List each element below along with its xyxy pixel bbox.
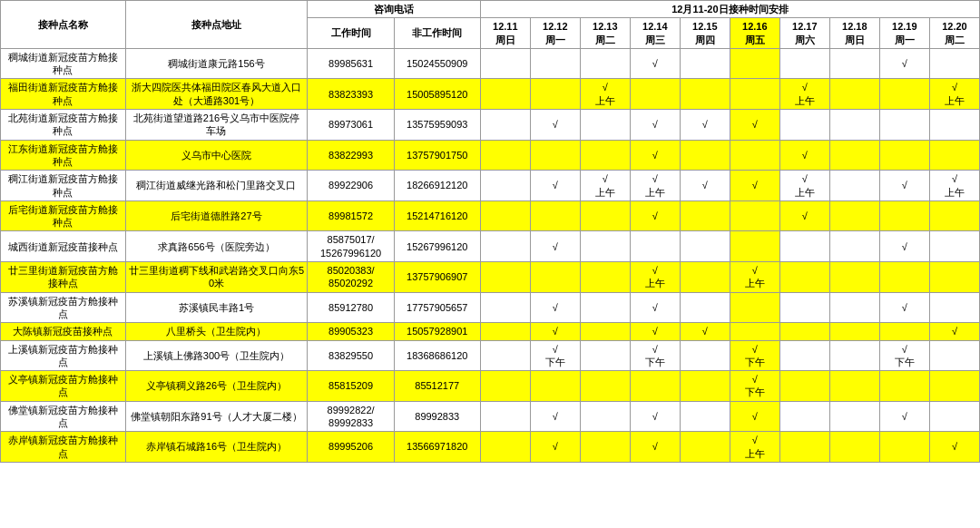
cell-day-3-0 bbox=[480, 140, 530, 171]
cell-day-13-2 bbox=[580, 432, 630, 463]
cell-day-6-9 bbox=[929, 231, 979, 262]
day-header-1218: 12.18周日 bbox=[829, 18, 879, 49]
col-header-schedule: 12月11-20日接种时间安排 bbox=[480, 1, 979, 18]
cell-day-8-3: √ bbox=[630, 292, 680, 323]
cell-name-9: 大陈镇新冠疫苗接种点 bbox=[1, 323, 126, 340]
cell-nonwork-13: 13566971820 bbox=[394, 432, 480, 463]
cell-name-11: 义亭镇新冠疫苗方舱接种点 bbox=[1, 371, 126, 402]
col-header-consult: 咨询电话 bbox=[308, 1, 480, 18]
cell-day-2-2 bbox=[580, 110, 630, 141]
cell-day-9-9: √ bbox=[929, 323, 979, 340]
cell-day-11-6 bbox=[779, 371, 829, 402]
cell-day-4-4: √ bbox=[680, 171, 730, 201]
cell-day-10-6 bbox=[779, 340, 829, 371]
cell-addr-11: 义亭镇稠义路26号（卫生院内） bbox=[125, 371, 308, 402]
cell-nonwork-12: 89992833 bbox=[394, 401, 480, 432]
cell-day-9-3: √ bbox=[630, 323, 680, 340]
cell-name-2: 北苑街道新冠疫苗方舱接种点 bbox=[1, 110, 126, 141]
table-row: 上溪镇新冠疫苗方舱接种点上溪镇上佛路300号（卫生院内）838295501836… bbox=[1, 340, 980, 371]
day-header-1211: 12.11周日 bbox=[480, 18, 530, 49]
cell-addr-7: 廿三里街道稠下线和武岩路交叉口向东50米 bbox=[125, 262, 308, 293]
cell-day-8-7 bbox=[829, 292, 879, 323]
cell-day-7-3: √上午 bbox=[630, 262, 680, 293]
cell-day-9-1: √ bbox=[530, 323, 580, 340]
cell-name-6: 城西街道新冠疫苗接种点 bbox=[1, 231, 126, 262]
cell-day-3-9 bbox=[929, 140, 979, 171]
cell-day-9-5 bbox=[730, 323, 779, 340]
cell-day-6-5 bbox=[730, 231, 779, 262]
cell-addr-8: 苏溪镇民丰路1号 bbox=[125, 292, 308, 323]
cell-day-10-8: √下午 bbox=[879, 340, 929, 371]
cell-day-12-1: √ bbox=[530, 401, 580, 432]
cell-day-1-5 bbox=[730, 79, 779, 110]
cell-name-4: 稠江街道新冠疫苗方舱接种点 bbox=[1, 171, 126, 201]
cell-day-12-6 bbox=[779, 401, 829, 432]
table-row: 江东街道新冠疫苗方舱接种点义乌市中心医院8382299313757901750√… bbox=[1, 140, 980, 171]
cell-nonwork-1: 15005895120 bbox=[394, 79, 480, 110]
cell-addr-3: 义乌市中心医院 bbox=[125, 140, 308, 171]
cell-name-0: 稠城街道新冠疫苗方舱接种点 bbox=[1, 48, 126, 79]
cell-day-0-4 bbox=[680, 48, 730, 79]
cell-nonwork-4: 18266912120 bbox=[394, 171, 480, 201]
cell-nonwork-9: 15057928901 bbox=[394, 323, 480, 340]
cell-day-0-1 bbox=[530, 48, 580, 79]
cell-name-10: 上溪镇新冠疫苗方舱接种点 bbox=[1, 340, 126, 371]
cell-day-3-1 bbox=[530, 140, 580, 171]
cell-day-8-9 bbox=[929, 292, 979, 323]
cell-work-7: 85020383/ 85020292 bbox=[308, 262, 394, 293]
cell-addr-9: 八里桥头（卫生院内） bbox=[125, 323, 308, 340]
cell-work-12: 89992822/ 89992833 bbox=[308, 401, 394, 432]
cell-day-12-8: √ bbox=[879, 401, 929, 432]
cell-nonwork-6: 15267996120 bbox=[394, 231, 480, 262]
cell-day-5-6: √ bbox=[779, 200, 829, 231]
cell-day-4-3: √上午 bbox=[630, 171, 680, 201]
cell-day-1-3 bbox=[630, 79, 680, 110]
cell-day-5-4 bbox=[680, 200, 730, 231]
cell-addr-12: 佛堂镇朝阳东路91号（人才大厦二楼） bbox=[125, 401, 308, 432]
cell-day-5-0 bbox=[480, 200, 530, 231]
main-table-wrapper: 接种点名称 接种点地址 咨询电话 12月11-20日接种时间安排 工作时间 非工… bbox=[0, 0, 980, 463]
cell-name-8: 苏溪镇新冠疫苗方舱接种点 bbox=[1, 292, 126, 323]
cell-work-1: 83823393 bbox=[308, 79, 394, 110]
cell-addr-2: 北苑街道望道路216号义乌市中医院停车场 bbox=[125, 110, 308, 141]
cell-name-1: 福田街道新冠疫苗方舱接种点 bbox=[1, 79, 126, 110]
cell-day-12-2 bbox=[580, 401, 630, 432]
day-header-1213: 12.13周二 bbox=[580, 18, 630, 49]
cell-day-11-4 bbox=[680, 371, 730, 402]
table-row: 大陈镇新冠疫苗接种点八里桥头（卫生院内）8990532315057928901√… bbox=[1, 323, 980, 340]
cell-day-2-1: √ bbox=[530, 110, 580, 141]
cell-day-11-1 bbox=[530, 371, 580, 402]
table-row: 佛堂镇新冠疫苗方舱接种点佛堂镇朝阳东路91号（人才大厦二楼）89992822/ … bbox=[1, 401, 980, 432]
cell-day-7-9 bbox=[929, 262, 979, 293]
day-header-1217: 12.17周六 bbox=[779, 18, 829, 49]
cell-day-3-2 bbox=[580, 140, 630, 171]
cell-day-12-7 bbox=[829, 401, 879, 432]
cell-work-5: 89981572 bbox=[308, 200, 394, 231]
cell-day-5-5 bbox=[730, 200, 779, 231]
cell-day-9-4: √ bbox=[680, 323, 730, 340]
day-header-1212: 12.12周一 bbox=[530, 18, 580, 49]
cell-day-2-9 bbox=[929, 110, 979, 141]
cell-day-0-6 bbox=[779, 48, 829, 79]
cell-addr-5: 后宅街道德胜路27号 bbox=[125, 200, 308, 231]
cell-day-4-9: √上午 bbox=[929, 171, 979, 201]
cell-day-1-4 bbox=[680, 79, 730, 110]
cell-day-10-9 bbox=[929, 340, 979, 371]
cell-day-2-8 bbox=[879, 110, 929, 141]
cell-day-8-4 bbox=[680, 292, 730, 323]
cell-day-9-6 bbox=[779, 323, 829, 340]
cell-day-4-5: √ bbox=[730, 171, 779, 201]
cell-day-0-5 bbox=[730, 48, 779, 79]
cell-day-1-2: √上午 bbox=[580, 79, 630, 110]
cell-day-4-7 bbox=[829, 171, 879, 201]
cell-day-1-9: √上午 bbox=[929, 79, 979, 110]
table-row: 北苑街道新冠疫苗方舱接种点北苑街道望道路216号义乌市中医院停车场8997306… bbox=[1, 110, 980, 141]
cell-day-4-0 bbox=[480, 171, 530, 201]
cell-day-5-2 bbox=[580, 200, 630, 231]
cell-day-12-5: √ bbox=[730, 401, 779, 432]
vaccination-schedule-table: 接种点名称 接种点地址 咨询电话 12月11-20日接种时间安排 工作时间 非工… bbox=[0, 0, 980, 463]
cell-nonwork-5: 15214716120 bbox=[394, 200, 480, 231]
cell-day-10-3: √下午 bbox=[630, 340, 680, 371]
cell-day-3-6: √ bbox=[779, 140, 829, 171]
cell-day-9-0 bbox=[480, 323, 530, 340]
